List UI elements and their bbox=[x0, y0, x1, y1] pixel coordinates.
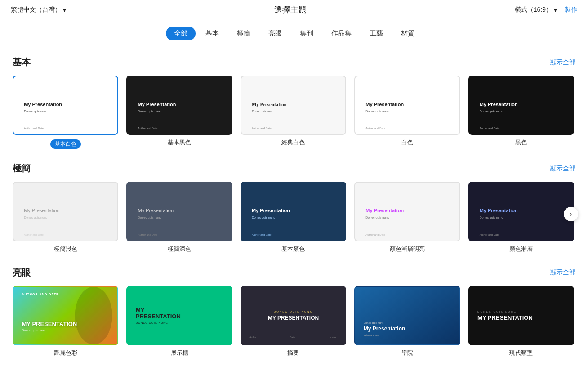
slide-preview-black2: My Presentation Donec quis nunc Author a… bbox=[469, 76, 573, 134]
slide-subtitle-black: Donec quis nunc bbox=[138, 109, 161, 113]
template-academy[interactable]: Donec quis nunc My Presentation author a… bbox=[354, 286, 460, 357]
digest-footer-right: Location bbox=[329, 336, 337, 339]
template-basic-white-badge: 基本白色 bbox=[50, 139, 81, 149]
section-basic-show-all[interactable]: 顯示全部 bbox=[550, 58, 575, 67]
template-modern[interactable]: DONEC QUIS NUNC MY PRESENTATION 現代類型 bbox=[468, 286, 574, 357]
showcase-content: MYPRESENTATION DONEC QUIS NUNC bbox=[127, 287, 231, 344]
divider bbox=[561, 6, 561, 14]
template-basic-color-label: 基本顏色 bbox=[241, 245, 346, 253]
slide-author-bc: Author and Date bbox=[252, 233, 272, 236]
template-black[interactable]: My Presentation Donec quis nunc Author a… bbox=[468, 76, 574, 149]
slide-author-md: Author and Date bbox=[138, 233, 158, 236]
template-basic-black[interactable]: My Presentation Donec quis nunc Author a… bbox=[126, 76, 232, 149]
digest-subtitle-top: Donec quis nunc bbox=[274, 310, 313, 313]
slide-author-black: Author and Date bbox=[138, 127, 158, 129]
slide-subtitle-bc: Donec quis nunc bbox=[252, 215, 275, 219]
slide-subtitle-cf: Donec quis nunc bbox=[480, 215, 503, 219]
filter-basic[interactable]: 基本 bbox=[197, 27, 227, 40]
slide-title-ml: My Presentation bbox=[24, 208, 59, 214]
template-basic-color[interactable]: My Presentation Donec quis nunc Author a… bbox=[241, 182, 346, 253]
slide-subtitle-cfb: Donec quis nunc bbox=[365, 215, 389, 219]
slide-preview-basic-color: My Presentation Donec quis nunc Author a… bbox=[241, 183, 345, 240]
section-bright-grid: AUTHOR AND DATE MY PRESENTATION Donec qu… bbox=[13, 286, 575, 357]
slide-title-cf: My Presentation bbox=[480, 208, 518, 214]
template-black-label: 黑色 bbox=[468, 138, 574, 147]
academy-content: Donec quis nunc My Presentation author a… bbox=[355, 287, 459, 344]
filter-craft[interactable]: 工藝 bbox=[361, 27, 391, 40]
modern-title: MY PRESENTATION bbox=[477, 315, 565, 321]
section-basic-title: 基本 bbox=[13, 56, 31, 68]
colorful-content: AUTHOR AND DATE MY PRESENTATION Donec qu… bbox=[13, 287, 117, 344]
slide-title-cfb: My Presentation bbox=[365, 208, 404, 214]
language-label: 繁體中文（台灣） bbox=[11, 6, 61, 14]
template-showcase[interactable]: MYPRESENTATION DONEC QUIS NUNC 展示櫃 bbox=[126, 286, 232, 357]
template-basic-white-thumb: My Presentation Donec quis nunc Author a… bbox=[13, 76, 118, 135]
filter-bright[interactable]: 亮眼 bbox=[260, 27, 290, 40]
section-basic-grid-wrapper: My Presentation Donec quis nunc Author a… bbox=[13, 76, 575, 149]
template-color-fade[interactable]: My Presentation Donec quis nunc Author a… bbox=[468, 182, 574, 253]
modern-content: DONEC QUIS NUNC MY PRESENTATION bbox=[469, 287, 573, 344]
template-color-fade-thumb: My Presentation Donec quis nunc Author a… bbox=[468, 182, 574, 241]
template-academy-label: 學院 bbox=[354, 349, 460, 357]
language-selector[interactable]: 繁體中文（台灣） ▾ bbox=[11, 6, 66, 14]
filter-all[interactable]: 全部 bbox=[166, 27, 196, 40]
slide-title-md: My Presentation bbox=[138, 208, 174, 214]
template-classic-white[interactable]: My Presentation Donec quis nunc Author a… bbox=[241, 76, 346, 149]
slide-preview-minimal-light: My Presentation Donec quis nunc Author a… bbox=[13, 183, 117, 240]
showcase-title: MYPRESENTATION bbox=[136, 307, 223, 320]
template-color-fade-bright[interactable]: My Presentation Donec quis nunc Author a… bbox=[354, 182, 460, 253]
template-basic-white[interactable]: My Presentation Donec quis nunc Author a… bbox=[13, 76, 118, 149]
template-minimal-dark-label: 極簡深色 bbox=[126, 245, 232, 253]
filter-collection[interactable]: 集刊 bbox=[292, 27, 321, 40]
section-bright-header: 亮眼 顯示全部 bbox=[13, 267, 575, 279]
academy-subtitle-top: Donec quis nunc bbox=[364, 321, 451, 324]
slide-preview-minimal-dark: My Presentation Donec quis nunc Author a… bbox=[127, 183, 231, 240]
slide-author-ml: Author and Date bbox=[24, 233, 44, 236]
template-colorful[interactable]: AUTHOR AND DATE MY PRESENTATION Donec qu… bbox=[13, 286, 118, 357]
slide-subtitle-md: Donec quis nunc bbox=[138, 215, 161, 219]
template-white[interactable]: My Presentation Donec quis nunc Author a… bbox=[354, 76, 460, 149]
template-white-label: 白色 bbox=[354, 138, 460, 147]
template-minimal-dark[interactable]: My Presentation Donec quis nunc Author a… bbox=[126, 182, 232, 253]
template-color-fade-bright-label: 顏色漸層明亮 bbox=[354, 245, 460, 253]
modern-subtitle-top: DONEC QUIS NUNC bbox=[477, 310, 565, 313]
filter-portfolio[interactable]: 作品集 bbox=[323, 27, 360, 40]
slide-author-cfb: Author and Date bbox=[365, 233, 385, 236]
colorful-author: AUTHOR AND DATE bbox=[22, 293, 59, 296]
template-digest-thumb: Donec quis nunc MY PRESENTATION Author D… bbox=[241, 286, 346, 345]
format-selector[interactable]: 橫式（16:9） ▾ bbox=[515, 6, 557, 14]
template-minimal-light[interactable]: My Presentation Donec quis nunc Author a… bbox=[13, 182, 118, 253]
template-basic-black-thumb: My Presentation Donec quis nunc Author a… bbox=[126, 76, 232, 135]
section-bright: 亮眼 顯示全部 AUTHOR AND DATE MY PRESENTATION … bbox=[0, 258, 588, 362]
section-minimal-header: 極簡 顯示全部 bbox=[13, 162, 575, 174]
slide-author-classic: Author and Date bbox=[252, 127, 272, 129]
template-digest[interactable]: Donec quis nunc MY PRESENTATION Author D… bbox=[241, 286, 346, 357]
template-minimal-dark-thumb: My Presentation Donec quis nunc Author a… bbox=[126, 182, 232, 241]
section-minimal-show-all[interactable]: 顯示全部 bbox=[550, 165, 575, 173]
section-bright-show-all[interactable]: 顯示全部 bbox=[550, 268, 575, 277]
template-showcase-thumb: MYPRESENTATION DONEC QUIS NUNC bbox=[126, 286, 232, 345]
section-basic-header: 基本 顯示全部 bbox=[13, 56, 575, 68]
create-button[interactable]: 製作 bbox=[565, 6, 577, 14]
colorful-person-silhouette bbox=[66, 287, 112, 344]
slide-preview-cfb: My Presentation Donec quis nunc Author a… bbox=[355, 183, 459, 240]
template-classic-white-thumb: My Presentation Donec quis nunc Author a… bbox=[241, 76, 346, 135]
template-colorful-thumb: AUTHOR AND DATE MY PRESENTATION Donec qu… bbox=[13, 286, 118, 345]
template-modern-label: 現代類型 bbox=[468, 349, 574, 357]
slide-preview-classic: My Presentation Donec quis nunc Author a… bbox=[241, 76, 345, 134]
section-bright-title: 亮眼 bbox=[13, 267, 31, 279]
template-minimal-light-label: 極簡淺色 bbox=[13, 245, 118, 253]
template-modern-thumb: DONEC QUIS NUNC MY PRESENTATION bbox=[468, 286, 574, 345]
filter-material[interactable]: 材質 bbox=[393, 27, 423, 40]
slide-title-black2: My Presentation bbox=[480, 102, 518, 107]
template-colorful-label: 艷麗色彩 bbox=[13, 349, 118, 357]
digest-footer-left: Author bbox=[249, 336, 256, 339]
section-minimal-title: 極簡 bbox=[13, 162, 31, 174]
slide-author-cf: Author and Date bbox=[480, 233, 499, 236]
chevron-down-icon: ▾ bbox=[63, 6, 66, 13]
scroll-right-arrow[interactable]: › bbox=[564, 207, 578, 221]
filter-minimal[interactable]: 極簡 bbox=[229, 27, 258, 40]
slide-title-black: My Presentation bbox=[138, 102, 176, 107]
slide-title: My Presentation bbox=[24, 102, 62, 107]
template-showcase-label: 展示櫃 bbox=[126, 349, 232, 357]
